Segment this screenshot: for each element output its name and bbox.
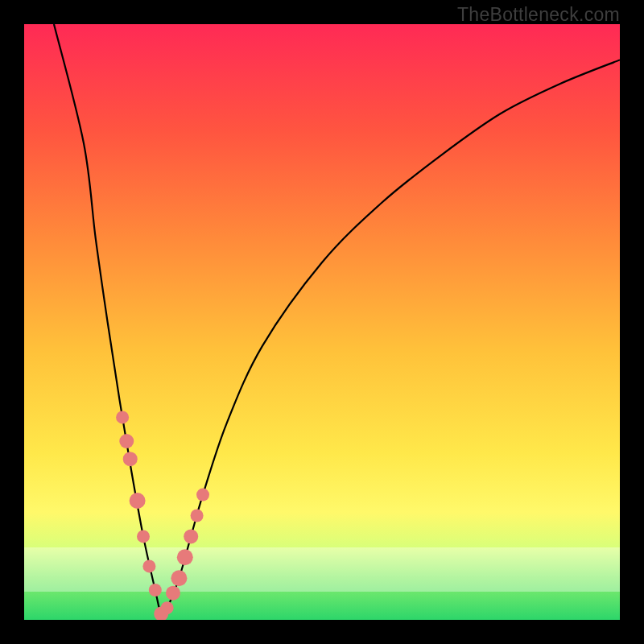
curve-marker bbox=[166, 586, 180, 601]
curve-marker bbox=[196, 489, 209, 502]
curve-marker bbox=[149, 584, 162, 597]
curve-marker bbox=[137, 530, 150, 543]
curve-marker bbox=[130, 493, 146, 509]
curve-marker bbox=[191, 510, 204, 522]
bottleneck-curve bbox=[54, 24, 620, 615]
plot-area bbox=[24, 24, 620, 620]
curve-marker bbox=[184, 529, 198, 543]
curve-marker bbox=[142, 559, 155, 572]
outer-frame: TheBottleneck.com bbox=[0, 0, 644, 644]
curve-marker bbox=[123, 452, 138, 466]
curve-marker bbox=[171, 570, 187, 586]
curve-marker bbox=[119, 434, 134, 448]
curve-marker bbox=[177, 549, 193, 565]
curve-marker bbox=[116, 411, 129, 423]
watermark-text: TheBottleneck.com bbox=[457, 4, 620, 26]
curve-marker bbox=[161, 601, 174, 614]
bottleneck-curve-svg bbox=[24, 24, 620, 620]
